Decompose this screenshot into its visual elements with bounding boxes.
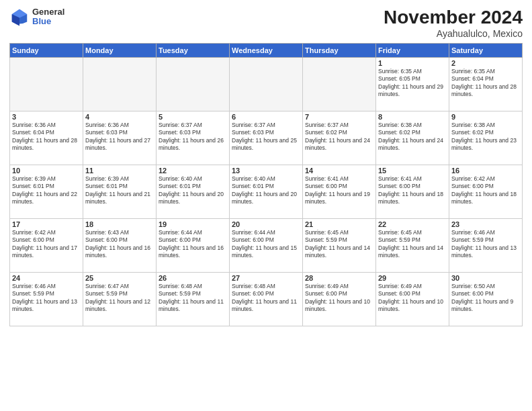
day-info-line: Sunrise: 6:37 AM: [305, 122, 373, 129]
day-cell-23: 23Sunrise: 6:46 AMSunset: 5:59 PMDayligh…: [449, 219, 523, 273]
day-info-line: Sunset: 6:04 PM: [12, 129, 81, 136]
day-number: 4: [85, 113, 154, 121]
day-cell-8: 8Sunrise: 6:38 AMSunset: 6:02 PMDaylight…: [376, 111, 449, 165]
day-info-line: Daylight: 11 hours and 22 minutes.: [12, 191, 81, 206]
logo-general: General: [32, 7, 64, 17]
day-info-line: Sunset: 6:00 PM: [85, 236, 154, 244]
day-number: 29: [378, 274, 447, 282]
day-info-line: Daylight: 11 hours and 16 minutes.: [85, 244, 154, 260]
logo-icon: [9, 7, 30, 27]
day-info-line: Sunset: 6:04 PM: [451, 75, 520, 83]
day-info: Sunrise: 6:42 AMSunset: 6:00 PMDaylight:…: [451, 175, 520, 206]
day-info-line: Sunrise: 6:35 AM: [451, 68, 520, 75]
weekday-header-tuesday: Tuesday: [157, 44, 230, 58]
day-info-line: Sunset: 5:59 PM: [378, 236, 447, 244]
day-info-line: Daylight: 11 hours and 18 minutes.: [378, 191, 447, 206]
day-number: 19: [159, 220, 227, 228]
day-info-line: Sunrise: 6:45 AM: [305, 229, 373, 236]
day-number: 17: [12, 220, 81, 228]
day-info: Sunrise: 6:35 AMSunset: 6:04 PMDaylight:…: [451, 68, 520, 99]
day-info: Sunrise: 6:36 AMSunset: 6:03 PMDaylight:…: [85, 122, 154, 152]
day-info: Sunrise: 6:49 AMSunset: 6:00 PMDaylight:…: [378, 283, 447, 314]
day-info-line: Daylight: 11 hours and 24 minutes.: [378, 137, 447, 152]
day-info: Sunrise: 6:45 AMSunset: 5:59 PMDaylight:…: [305, 229, 373, 260]
day-info-line: Sunset: 5:59 PM: [305, 236, 373, 244]
day-info: Sunrise: 6:46 AMSunset: 5:59 PMDaylight:…: [451, 229, 520, 260]
day-info-line: Sunset: 6:00 PM: [232, 236, 300, 244]
day-number: 18: [85, 220, 154, 228]
day-cell-29: 29Sunrise: 6:49 AMSunset: 6:00 PMDayligh…: [376, 273, 449, 326]
day-info-line: Sunrise: 6:37 AM: [232, 122, 300, 129]
day-cell-27: 27Sunrise: 6:48 AMSunset: 6:00 PMDayligh…: [230, 273, 303, 326]
day-number: 20: [232, 220, 300, 228]
weekday-header-friday: Friday: [376, 44, 449, 58]
day-info-line: Sunrise: 6:48 AM: [232, 283, 300, 290]
day-number: 13: [232, 167, 300, 175]
day-info-line: Sunset: 6:05 PM: [378, 75, 447, 83]
day-info-line: Daylight: 11 hours and 11 minutes.: [232, 298, 300, 314]
day-number: 1: [378, 59, 447, 67]
day-info-line: Daylight: 11 hours and 14 minutes.: [378, 244, 447, 260]
day-info-line: Daylight: 11 hours and 28 minutes.: [451, 83, 520, 99]
calendar-body: 1Sunrise: 6:35 AMSunset: 6:05 PMDaylight…: [10, 58, 523, 326]
day-cell-26: 26Sunrise: 6:48 AMSunset: 5:59 PMDayligh…: [157, 273, 230, 326]
day-info: Sunrise: 6:37 AMSunset: 6:03 PMDaylight:…: [232, 122, 300, 152]
day-info: Sunrise: 6:49 AMSunset: 6:00 PMDaylight:…: [305, 283, 373, 314]
day-info-line: Daylight: 11 hours and 9 minutes.: [451, 298, 520, 314]
day-info: Sunrise: 6:41 AMSunset: 6:00 PMDaylight:…: [378, 175, 447, 206]
day-info-line: Sunset: 6:00 PM: [451, 290, 520, 298]
day-cell-4: 4Sunrise: 6:36 AMSunset: 6:03 PMDaylight…: [83, 111, 157, 165]
week-row-1: 1Sunrise: 6:35 AMSunset: 6:05 PMDaylight…: [10, 58, 523, 111]
day-cell-5: 5Sunrise: 6:37 AMSunset: 6:03 PMDaylight…: [157, 111, 230, 165]
day-info-line: Daylight: 11 hours and 10 minutes.: [305, 298, 373, 314]
empty-cell: [10, 58, 83, 111]
day-info: Sunrise: 6:40 AMSunset: 6:01 PMDaylight:…: [232, 175, 300, 206]
day-info-line: Sunrise: 6:36 AM: [12, 122, 81, 129]
day-info-line: Sunrise: 6:35 AM: [378, 68, 447, 75]
page-subtitle: Ayahualulco, Mexico: [384, 28, 523, 39]
day-info-line: Daylight: 11 hours and 15 minutes.: [232, 244, 300, 260]
day-number: 6: [232, 113, 300, 121]
day-info-line: Sunrise: 6:41 AM: [305, 175, 373, 183]
day-info: Sunrise: 6:41 AMSunset: 6:00 PMDaylight:…: [305, 175, 373, 206]
day-cell-16: 16Sunrise: 6:42 AMSunset: 6:00 PMDayligh…: [449, 165, 523, 219]
logo-blue: Blue: [32, 17, 64, 26]
day-number: 28: [305, 274, 373, 282]
day-cell-11: 11Sunrise: 6:39 AMSunset: 6:01 PMDayligh…: [83, 165, 157, 219]
day-info-line: Sunrise: 6:39 AM: [85, 175, 154, 183]
day-info-line: Sunset: 6:01 PM: [232, 183, 300, 190]
page: General Blue November 2024 Ayahualulco, …: [0, 0, 532, 411]
week-row-4: 17Sunrise: 6:42 AMSunset: 6:00 PMDayligh…: [10, 219, 523, 273]
day-number: 25: [85, 274, 154, 282]
day-info-line: Daylight: 11 hours and 27 minutes.: [85, 137, 154, 152]
day-info-line: Sunrise: 6:44 AM: [159, 229, 227, 236]
empty-cell: [230, 58, 303, 111]
day-info: Sunrise: 6:48 AMSunset: 6:00 PMDaylight:…: [232, 283, 300, 314]
day-info: Sunrise: 6:38 AMSunset: 6:02 PMDaylight:…: [378, 122, 447, 152]
day-info-line: Sunrise: 6:40 AM: [232, 175, 300, 183]
day-info-line: Sunset: 6:00 PM: [12, 236, 81, 244]
weekday-header-wednesday: Wednesday: [230, 44, 303, 58]
day-cell-22: 22Sunrise: 6:45 AMSunset: 5:59 PMDayligh…: [376, 219, 449, 273]
day-cell-7: 7Sunrise: 6:37 AMSunset: 6:02 PMDaylight…: [303, 111, 376, 165]
day-number: 3: [12, 113, 81, 121]
day-info: Sunrise: 6:47 AMSunset: 5:59 PMDaylight:…: [85, 283, 154, 314]
day-number: 27: [232, 274, 300, 282]
logo-text: General Blue: [32, 7, 64, 27]
weekday-header-monday: Monday: [83, 44, 157, 58]
day-info: Sunrise: 6:48 AMSunset: 5:59 PMDaylight:…: [159, 283, 227, 314]
day-info: Sunrise: 6:43 AMSunset: 6:00 PMDaylight:…: [85, 229, 154, 260]
day-info-line: Daylight: 11 hours and 21 minutes.: [85, 191, 154, 206]
day-number: 21: [305, 220, 373, 228]
calendar: SundayMondayTuesdayWednesdayThursdayFrid…: [9, 43, 523, 326]
day-cell-24: 24Sunrise: 6:46 AMSunset: 5:59 PMDayligh…: [10, 273, 83, 326]
day-number: 26: [159, 274, 227, 282]
day-info-line: Sunrise: 6:40 AM: [159, 175, 227, 183]
day-cell-9: 9Sunrise: 6:38 AMSunset: 6:02 PMDaylight…: [449, 111, 523, 165]
day-info-line: Sunrise: 6:39 AM: [12, 175, 81, 183]
weekday-header-sunday: Sunday: [10, 44, 83, 58]
day-cell-1: 1Sunrise: 6:35 AMSunset: 6:05 PMDaylight…: [376, 58, 449, 111]
day-info: Sunrise: 6:50 AMSunset: 6:00 PMDaylight:…: [451, 283, 520, 314]
day-info-line: Daylight: 11 hours and 29 minutes.: [378, 83, 447, 99]
day-info: Sunrise: 6:38 AMSunset: 6:02 PMDaylight:…: [451, 122, 520, 152]
